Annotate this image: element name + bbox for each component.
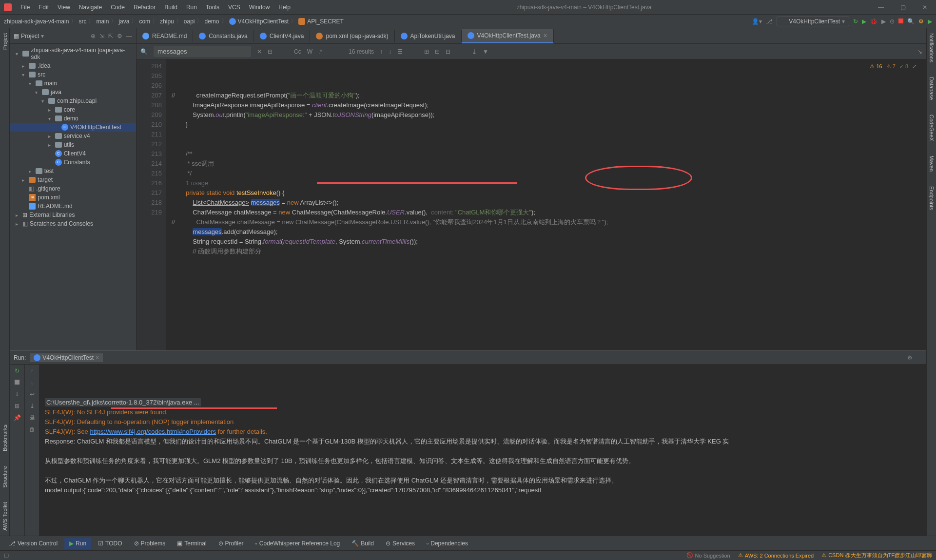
bottom-tab-version-control[interactable]: ⎇Version Control [4, 538, 62, 549]
menu-code[interactable]: Code [107, 2, 129, 13]
code-editor[interactable]: 2042052062072082092102112122132142152162… [136, 59, 926, 350]
tool-database[interactable]: Database [929, 77, 935, 100]
up-icon[interactable]: ↑ [31, 367, 34, 374]
bottom-tab-terminal[interactable]: ▣Terminal [172, 538, 211, 549]
updates-icon[interactable]: ⚙ [918, 18, 924, 25]
collapse-icon[interactable]: ⇱ [108, 33, 113, 39]
tree-item[interactable]: mpom.xml [10, 193, 136, 202]
breadcrumb[interactable]: zhipuai-sdk-java-v4-main〉 src〉 main〉 jav… [4, 17, 752, 25]
settings-icon[interactable]: ⚙ [117, 33, 122, 39]
bottom-tab-dependencies[interactable]: ▫Dependencies [422, 538, 473, 549]
run-icon[interactable]: ▶ [862, 18, 866, 25]
gutter[interactable]: 2042052062072082092102112122132142152162… [136, 59, 166, 350]
stop-icon[interactable] [15, 379, 20, 386]
stop-icon[interactable] [898, 18, 903, 25]
run-tab[interactable]: V4OkHttpClientTest × [30, 353, 103, 362]
hide-icon[interactable]: — [126, 33, 132, 39]
user-icon[interactable]: 👤▾ [752, 18, 762, 25]
export-icon[interactable]: ⤓ [472, 48, 477, 55]
layout-icon[interactable]: ⊞ [15, 403, 20, 409]
add-selection-icon[interactable]: ⊞ [424, 48, 429, 55]
branch-icon[interactable]: ⎇ [766, 18, 773, 25]
tool-endpoints[interactable]: Endpoints [929, 186, 935, 210]
scroll-icon[interactable]: ⤓ [30, 403, 35, 409]
tool-notifications[interactable]: Notifications [929, 33, 935, 62]
breadcrumb-item[interactable]: zhipu [160, 18, 174, 25]
breadcrumb-item[interactable]: demo [204, 18, 219, 25]
breadcrumb-item[interactable]: API_SECRET [307, 18, 344, 25]
editor-tab[interactable]: README.md [136, 30, 193, 42]
search-input[interactable] [154, 46, 251, 57]
project-tree[interactable]: ▾zhipuai-sdk-java-v4-main [oapi-java-sdk… [10, 44, 136, 350]
bottom-tab-run[interactable]: ▶Run [64, 538, 91, 549]
tool-codegeex[interactable]: CodeGeeX [929, 115, 935, 141]
breadcrumb-item[interactable]: oapi [184, 18, 195, 25]
tree-item[interactable]: ▾main [10, 79, 136, 88]
maximize-button[interactable]: ▢ [896, 4, 910, 11]
search-icon[interactable]: 🔍 [907, 18, 915, 25]
menu-run[interactable]: Run [182, 2, 201, 13]
close-search-icon[interactable]: ↘ [917, 48, 922, 55]
menu-view[interactable]: View [54, 2, 74, 13]
tree-item[interactable]: README.md [10, 202, 136, 211]
bottom-tab-profiler[interactable]: ⊙Profiler [214, 538, 249, 549]
clear-search-icon[interactable]: ✕ [257, 48, 262, 55]
editor-tab[interactable]: Constants.java [193, 30, 254, 42]
menu-file[interactable]: File [17, 2, 34, 13]
menu-build[interactable]: Build [160, 2, 181, 13]
menu-edit[interactable]: Edit [35, 2, 53, 13]
tree-item[interactable]: CClientV4 [10, 149, 136, 158]
close-tab-icon[interactable]: × [544, 32, 547, 39]
menu-tools[interactable]: Tools [202, 2, 223, 13]
editor-tab[interactable]: ApiTokenUtil.java [395, 30, 462, 42]
print-icon[interactable]: 🖶 [29, 414, 35, 421]
bottom-tab-codewhisperer-reference-log[interactable]: ▫CodeWhisperer Reference Log [251, 538, 345, 549]
regex-toggle[interactable]: .* [318, 48, 322, 55]
tree-item[interactable]: ▸test [10, 167, 136, 175]
tree-item[interactable]: ▾java [10, 88, 136, 97]
wrap-icon[interactable]: ↩ [30, 391, 35, 398]
bottom-tab-services[interactable]: ⊙Services [381, 538, 420, 549]
bottom-tab-problems[interactable]: ⊘Problems [129, 538, 171, 549]
tree-item[interactable]: ▸service.v4 [10, 132, 136, 140]
filter-icon[interactable]: ▼ [483, 48, 488, 55]
warnings-badge[interactable]: ⚠ 16 [870, 61, 882, 71]
down-icon[interactable]: ↓ [31, 379, 34, 386]
code-content[interactable]: ⚠ 16 ⚠ 7 ✓ 8 ⤢ // createImageRequest.set… [166, 59, 926, 350]
tool-project[interactable]: Project [2, 33, 8, 50]
breadcrumb-item[interactable]: src [78, 18, 86, 25]
run-hide-icon[interactable]: — [916, 354, 922, 361]
rerun-icon[interactable]: ↻ [15, 367, 20, 374]
ok-badge[interactable]: ✓ 8 [899, 61, 908, 71]
tree-item[interactable]: CConstants [10, 158, 136, 167]
tree-item[interactable]: ▸⊞External Libraries [10, 211, 136, 219]
editor-tab[interactable]: ClientV4.java [254, 30, 311, 42]
editor-tab[interactable]: V4OkHttpClientTest.java× [462, 29, 554, 43]
console-link[interactable]: https://www.slf4j.org/codes.html#noProvi… [90, 428, 216, 435]
run-settings-icon[interactable]: ⚙ [907, 354, 913, 361]
profile-icon[interactable]: ⊙ [890, 18, 895, 25]
menu-navigate[interactable]: Navigate [75, 2, 106, 13]
inspection-badges[interactable]: ⚠ 16 ⚠ 7 ✓ 8 ⤢ [870, 61, 916, 71]
next-match-icon[interactable]: ↓ [389, 48, 391, 55]
project-title[interactable]: Project [21, 33, 39, 39]
menu-vcs[interactable]: VCS [224, 2, 244, 13]
expand-icon[interactable]: ⇲ [99, 33, 104, 39]
close-button[interactable]: ✕ [917, 4, 932, 11]
bottom-tab-build[interactable]: 🔨Build [347, 538, 379, 549]
breadcrumb-item[interactable]: main [96, 18, 109, 25]
tree-item[interactable]: ▸core [10, 105, 136, 114]
rerun-icon[interactable]: ↻ [853, 18, 858, 25]
bottom-tab-todo[interactable]: ☑TODO [93, 538, 127, 549]
errors-badge[interactable]: ⚠ 7 [886, 61, 896, 71]
tree-item[interactable]: ▾zhipuai-sdk-java-v4-main [oapi-java-sdk [10, 46, 136, 61]
run-config-selector[interactable]: V4OkHttpClientTest ▾ [777, 17, 849, 26]
select-all-icon[interactable]: ☰ [397, 48, 403, 55]
exit-icon[interactable]: ⤓ [15, 391, 20, 398]
tool-structure[interactable]: Structure [2, 466, 8, 488]
breadcrumb-item[interactable]: V4OkHttpClientTest [238, 18, 289, 25]
console-output[interactable]: C:\Users\he_qi\.jdks\corretto-1.8.0_372\… [39, 365, 926, 536]
aws-status[interactable]: ⚠ AWS: 2 Connections Expired [738, 552, 814, 559]
select-opened-icon[interactable]: ⊕ [91, 33, 96, 39]
clear-icon[interactable]: 🗑 [29, 426, 35, 433]
